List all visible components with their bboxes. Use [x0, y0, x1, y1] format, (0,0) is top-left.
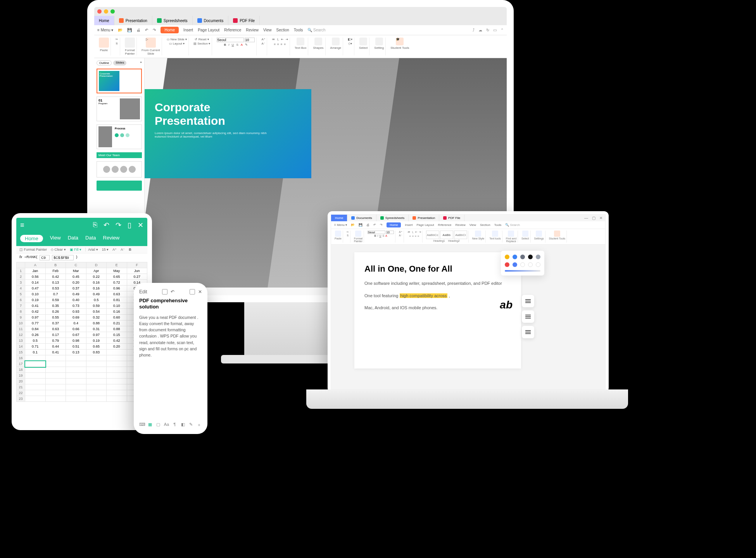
search-input[interactable]: 🔍 Search [307, 28, 325, 32]
menu-page-layout[interactable]: Page Layout [198, 28, 219, 32]
qat-redo-icon[interactable]: ↷ [153, 28, 156, 32]
format-painter-button[interactable]: ◫ Format Painter [19, 248, 47, 251]
table-row[interactable]: 70.410.350.730.590.10 [17, 303, 147, 309]
tab-pdf[interactable]: PDF File [439, 215, 464, 221]
table-row[interactable]: 17 [17, 361, 147, 367]
page-icon[interactable]: ▯ [128, 221, 131, 229]
caret-icon[interactable]: ⌃ [501, 28, 504, 32]
tab-documents[interactable]: Documents [193, 16, 229, 25]
fill-button[interactable]: ▣ Fill ▾ [70, 248, 82, 251]
tab-presentation[interactable]: Presentation [409, 215, 439, 221]
color-swatch[interactable] [505, 262, 509, 267]
font-size-select[interactable] [245, 38, 255, 42]
menu-tools[interactable]: Tools [494, 223, 502, 227]
shapes-button[interactable]: Shapes [313, 46, 323, 50]
minimize-icon[interactable] [104, 9, 108, 14]
bold-icon[interactable]: B [224, 43, 226, 46]
table-row[interactable]: 120.260.170.670.970.150.53 [17, 332, 147, 338]
fx-close-icon[interactable]: ) [76, 255, 77, 260]
font-select[interactable] [217, 38, 244, 42]
tab-home[interactable]: Home [331, 215, 347, 221]
slide-thumb-3[interactable]: Process [97, 124, 142, 149]
format-painter-icon[interactable] [355, 231, 361, 237]
cut-icon[interactable]: ✂ [116, 38, 118, 41]
document-area[interactable]: All in One, One for All One software inc… [331, 245, 605, 389]
tools-icon[interactable]: ▦ [147, 422, 153, 428]
tab-spreadsheets[interactable]: Spreedsheets [152, 16, 193, 25]
undo-icon[interactable]: ↶ [171, 289, 174, 294]
table-row[interactable]: 150.10.410.130.830.13 [17, 350, 147, 355]
tab-documents[interactable]: Documents [347, 215, 376, 221]
decrease-font-icon[interactable]: A⁻ [121, 248, 125, 251]
fill-color-icon[interactable]: ◧▾ [348, 38, 352, 41]
menu-insert[interactable]: Insert [405, 223, 413, 227]
undo-icon[interactable]: ↶ [104, 221, 109, 229]
indent-inc-icon[interactable]: ⇥ [285, 38, 288, 42]
window-controls[interactable]: —▢✕ [584, 216, 602, 220]
table-row[interactable]: 22 [17, 390, 147, 396]
bullets-icon[interactable]: ≔ [272, 38, 275, 42]
table-row[interactable]: 50.100.70.490.490.630.03 [17, 291, 147, 297]
align-justify-icon[interactable]: ≡ [284, 43, 286, 46]
increase-font-icon[interactable]: A⁺ [261, 38, 265, 41]
table-row[interactable]: 16 [17, 355, 147, 361]
text-box-icon[interactable] [297, 38, 304, 45]
table-row[interactable]: 23 [17, 396, 147, 402]
slide-thumb-1[interactable]: Corporate Presentation [97, 69, 142, 93]
paste-icon[interactable] [335, 231, 341, 237]
cut-icon[interactable]: ✂ [347, 231, 349, 234]
menu-review[interactable]: Review [246, 28, 259, 32]
text-tools-icon[interactable] [492, 231, 498, 237]
settings-icon[interactable] [536, 231, 542, 237]
italic-icon[interactable]: I [228, 43, 229, 46]
qat-open-icon[interactable]: 📂 [118, 28, 123, 32]
table-row[interactable]: 20 [17, 379, 147, 384]
font-color-icon[interactable]: A [241, 43, 243, 46]
close-icon[interactable]: ✕ [138, 221, 143, 229]
color-swatch[interactable] [528, 255, 533, 259]
menu-section[interactable]: Section [276, 28, 289, 32]
menu-button[interactable]: ≡ Menu ▾ [97, 28, 113, 32]
paste-icon[interactable] [99, 38, 109, 48]
menu-view[interactable]: View [469, 223, 476, 227]
save-icon[interactable]: ⎘ [93, 221, 97, 229]
tab-presentation[interactable]: Presentation [114, 16, 152, 25]
close-icon[interactable] [97, 9, 102, 14]
underline-icon[interactable]: U [232, 43, 234, 46]
spreadsheet-grid[interactable]: ABCDEF 1JanFebMarAprMayJun 20.560.420.45… [16, 262, 147, 402]
tab-review[interactable]: Review [103, 235, 120, 242]
table-row[interactable]: 40.470.530.370.160.960.92 [17, 286, 147, 291]
draw-icon[interactable]: ✎ [188, 422, 194, 428]
student-tools-icon[interactable]: 🎓 [396, 38, 404, 45]
color-swatch[interactable] [536, 255, 540, 259]
shapes-icon[interactable] [314, 38, 322, 45]
table-row[interactable]: 21 [17, 384, 147, 390]
color-palette[interactable] [501, 251, 544, 276]
color-swatch[interactable] [528, 262, 533, 267]
slide-thumb-5[interactable] [97, 181, 142, 191]
add-icon[interactable]: ＋ [197, 422, 202, 428]
share-icon[interactable]: ⤴ [473, 28, 475, 32]
section-button[interactable]: ▤ Section ▾ [193, 42, 210, 45]
search-input[interactable]: 🔍 Search [505, 223, 520, 227]
table-row[interactable]: 30.140.130.200.160.720.14 [17, 280, 147, 286]
new-style-icon[interactable] [475, 231, 481, 237]
student-tools-icon[interactable] [554, 231, 560, 237]
from-current-button[interactable]: From Current Slide [142, 48, 160, 55]
style-gallery[interactable]: AaBbCc AaBb AaBbCi [426, 231, 467, 239]
window-controls[interactable] [94, 7, 507, 16]
table-row[interactable]: 60.190.590.400.50.810.74 [17, 297, 147, 303]
insert-icon[interactable]: ◧ [180, 422, 186, 428]
slide-thumb-2[interactable]: 01 Program [97, 96, 142, 121]
tab-spreadsheets[interactable]: Spreedsheets [376, 215, 409, 221]
arrange-button[interactable]: Arrange [330, 46, 341, 50]
font-icon[interactable]: Aa [164, 422, 169, 428]
table-row[interactable]: 20.560.420.450.220.650.27 [17, 274, 147, 280]
find-replace-icon[interactable] [508, 231, 514, 237]
select-icon[interactable] [359, 38, 367, 45]
clear-button[interactable]: ◇ Clear ▾ [51, 248, 66, 251]
tab-data[interactable]: Data [68, 235, 78, 242]
close-icon[interactable]: ✕ [198, 289, 202, 294]
redo-icon[interactable]: ↷ [116, 221, 121, 229]
arrange-icon[interactable] [332, 38, 340, 45]
